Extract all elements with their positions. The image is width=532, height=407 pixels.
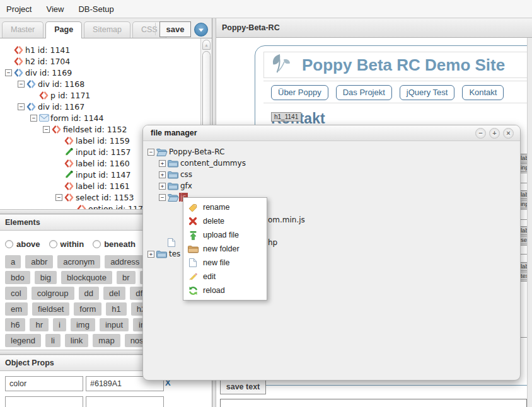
context-menu-item-edit[interactable]: edit bbox=[183, 270, 267, 284]
save-text-button[interactable]: save text bbox=[220, 379, 266, 394]
tag-button-hr[interactable]: hr bbox=[30, 318, 49, 331]
save-button[interactable]: save bbox=[159, 21, 191, 37]
tree-node-h1-id-1141[interactable]: h1 id: 1141 bbox=[0, 44, 212, 55]
prop-value-input[interactable] bbox=[86, 396, 164, 407]
tag-button-colgroup[interactable]: colgroup bbox=[32, 287, 74, 300]
tag-button-li[interactable]: li bbox=[45, 334, 61, 347]
scroll-up-icon[interactable]: ▲ bbox=[202, 40, 211, 50]
file-tree-node-poppy-beta-rc[interactable]: −Poppy-Beta-RC bbox=[143, 146, 520, 158]
radio-icon[interactable] bbox=[93, 240, 101, 248]
prop-name-input[interactable] bbox=[5, 396, 83, 407]
site-title: Poppy Beta RC Demo Site bbox=[302, 55, 505, 75]
context-menu-item-new-file[interactable]: new file bbox=[183, 256, 267, 270]
context-menu-item-rename[interactable]: rename bbox=[183, 200, 267, 214]
tag-button-br[interactable]: br bbox=[117, 271, 136, 284]
tag-button-h6[interactable]: h6 bbox=[5, 318, 25, 331]
menu-item-view[interactable]: View bbox=[46, 4, 64, 14]
expander-icon[interactable]: + bbox=[159, 171, 166, 178]
tree-node-label: h2 id: 1704 bbox=[25, 57, 70, 66]
nav-button-jquery-test[interactable]: jQuery Test bbox=[400, 85, 455, 100]
tag-button-big[interactable]: big bbox=[35, 271, 57, 284]
folder-open-icon bbox=[168, 193, 179, 202]
tag-button-i[interactable]: i bbox=[53, 318, 66, 331]
tab-sitemap[interactable]: Sitemap bbox=[84, 21, 130, 38]
tag-button-dd[interactable]: dd bbox=[79, 287, 99, 300]
nav-button-ber-poppy[interactable]: Über Poppy bbox=[271, 85, 328, 100]
tag-button-del[interactable]: del bbox=[103, 287, 125, 300]
tag-button-map[interactable]: map bbox=[93, 334, 120, 347]
tag-button-address[interactable]: address bbox=[105, 255, 145, 268]
delete-icon bbox=[187, 217, 199, 226]
expander-icon[interactable]: + bbox=[147, 251, 154, 258]
code-red-icon bbox=[77, 205, 88, 210]
radio-label: beneath bbox=[104, 239, 136, 249]
tag-button-em[interactable]: em bbox=[5, 302, 28, 316]
tree-node-h2-id-1704[interactable]: h2 id: 1704 bbox=[0, 55, 212, 67]
context-menu-item-upload-file[interactable]: upload file bbox=[183, 228, 267, 242]
radio-within[interactable]: within bbox=[49, 239, 84, 249]
radio-icon[interactable] bbox=[49, 240, 57, 248]
prop-name-input[interactable] bbox=[5, 376, 83, 391]
tag-button-img[interactable]: img bbox=[71, 318, 95, 331]
radio-icon[interactable] bbox=[5, 240, 13, 248]
expander-icon[interactable]: + bbox=[159, 183, 166, 190]
dialog-title: file manager bbox=[143, 125, 520, 141]
context-menu-item-new-folder[interactable]: new folder bbox=[183, 242, 267, 256]
expander-icon[interactable]: − bbox=[18, 81, 25, 88]
radio-beneath[interactable]: beneath bbox=[93, 239, 136, 249]
context-menu-item-reload[interactable]: reload bbox=[183, 284, 267, 297]
expander-icon[interactable]: − bbox=[159, 194, 166, 201]
expander-icon[interactable]: − bbox=[43, 126, 50, 133]
expander-icon[interactable]: − bbox=[5, 69, 12, 76]
tree-node-div-id-1169[interactable]: −div id: 1169 bbox=[0, 67, 212, 78]
file-tree-label: content_dummys bbox=[179, 159, 247, 168]
maximize-button[interactable]: + bbox=[489, 128, 500, 139]
file-tree-node-gfx[interactable]: +gfx bbox=[143, 180, 520, 192]
upload-icon bbox=[187, 231, 199, 240]
nav-button-kontakt[interactable]: Kontakt bbox=[462, 85, 504, 100]
tab-page[interactable]: Page bbox=[45, 21, 82, 38]
code-red-icon bbox=[64, 182, 76, 190]
context-menu-item-delete[interactable]: delete bbox=[183, 214, 267, 228]
file-tree-node-css[interactable]: +css bbox=[143, 169, 520, 180]
tag-button-legend[interactable]: legend bbox=[5, 334, 41, 347]
tree-node-label: p id: 1171 bbox=[50, 91, 90, 100]
expander-icon[interactable]: − bbox=[18, 103, 25, 110]
file-tree-label: Poppy-Beta-RC bbox=[168, 147, 226, 156]
nav-button-das-projekt[interactable]: Das Projekt bbox=[336, 85, 392, 100]
tag-button-form[interactable]: form bbox=[74, 302, 101, 316]
radio-above[interactable]: above bbox=[5, 239, 40, 249]
tab-master[interactable]: Master bbox=[2, 21, 43, 38]
expander-icon[interactable]: − bbox=[55, 194, 62, 201]
tree-node-div-id-1168[interactable]: −div id: 1168 bbox=[0, 78, 212, 89]
tag-button-bdo[interactable]: bdo bbox=[5, 271, 30, 284]
preview-panel-title: Poppy-Beta-RC bbox=[222, 23, 280, 32]
newfolder-icon bbox=[187, 245, 199, 253]
content-textarea[interactable] bbox=[220, 399, 527, 407]
tag-button-a[interactable]: a bbox=[5, 255, 21, 268]
expander-icon[interactable]: − bbox=[30, 115, 37, 122]
expander-icon[interactable]: + bbox=[159, 160, 166, 167]
menu-item-project[interactable]: Project bbox=[6, 4, 32, 14]
tag-button-input[interactable]: input bbox=[100, 318, 129, 331]
panel-menu-button[interactable] bbox=[194, 23, 208, 37]
expander-icon[interactable]: − bbox=[147, 149, 154, 156]
tag-button-h1[interactable]: h1 bbox=[106, 302, 126, 316]
close-button[interactable]: × bbox=[503, 128, 514, 139]
tree-node-div-id-1167[interactable]: −div id: 1167 bbox=[0, 101, 212, 112]
dialog-titlebar[interactable]: file manager −+× bbox=[143, 125, 520, 141]
tree-node-label: form id: 1144 bbox=[50, 113, 104, 123]
tag-button-fieldset[interactable]: fieldset bbox=[32, 302, 69, 316]
tag-button-blockquote[interactable]: blockquote bbox=[61, 271, 112, 284]
tag-button-col[interactable]: col bbox=[5, 287, 27, 300]
tag-button-abbr[interactable]: abbr bbox=[25, 255, 53, 268]
tree-node-label: label id: 1159 bbox=[76, 136, 130, 146]
tag-button-acronym[interactable]: acronym bbox=[57, 255, 100, 268]
file-tree-node-content-dummys[interactable]: +content_dummys bbox=[143, 158, 520, 169]
context-menu-label: rename bbox=[203, 203, 229, 212]
tree-node-form-id-1144[interactable]: −form id: 1144 bbox=[0, 112, 212, 123]
menu-item-db-setup[interactable]: DB-Setup bbox=[78, 4, 113, 14]
tag-button-link[interactable]: link bbox=[65, 334, 89, 347]
minimize-button[interactable]: − bbox=[475, 128, 486, 139]
tree-node-p-id-1171[interactable]: p id: 1171 bbox=[0, 89, 212, 101]
